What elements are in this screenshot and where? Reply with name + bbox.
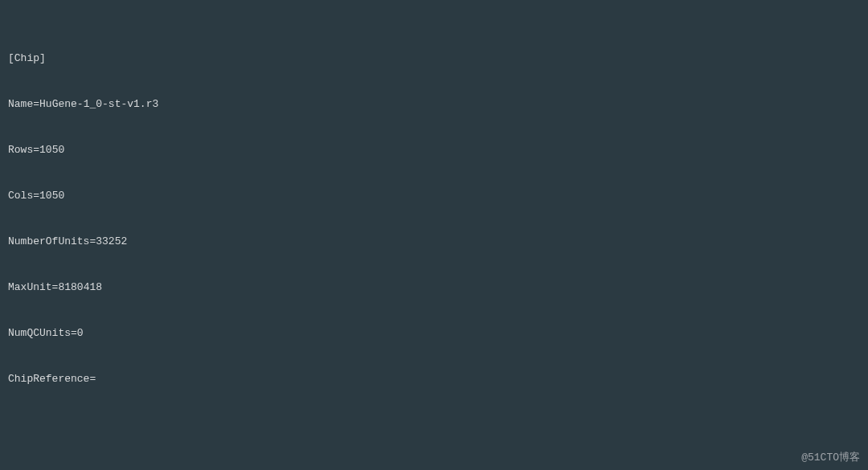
chip-field-chipref: ChipReference=: [8, 371, 860, 386]
terminal-output: [Chip] Name=HuGene-1_0-st-v1.r3 Rows=105…: [0, 0, 868, 470]
chip-field-rows: Rows=1050: [8, 142, 860, 157]
chip-field-cols: Cols=1050: [8, 188, 860, 203]
blank-line: [8, 417, 860, 432]
watermark-text: @51CTO博客: [801, 450, 860, 465]
chip-field-name: Name=HuGene-1_0-st-v1.r3: [8, 96, 860, 112]
chip-field-numqc: NumQCUnits=0: [8, 325, 860, 341]
chip-section-header: [Chip]: [8, 51, 860, 66]
chip-field-maxunit: MaxUnit=8180418: [8, 280, 860, 295]
chip-field-numunits: NumberOfUnits=33252: [8, 234, 860, 249]
